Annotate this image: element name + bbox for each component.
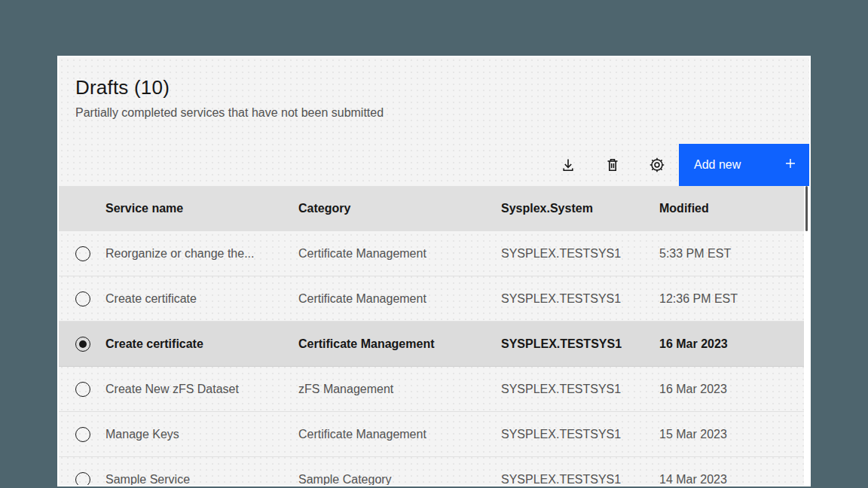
panel-header: Drafts (10) Partially completed services… (59, 57, 809, 120)
add-new-label: Add new (694, 158, 741, 172)
row-radio-button[interactable] (75, 337, 90, 352)
cell-service-name: Sample Service (105, 473, 298, 486)
column-header-modified[interactable]: Modified (659, 202, 809, 215)
drafts-panel: Drafts (10) Partially completed services… (57, 56, 811, 486)
table-scrollbar[interactable] (804, 186, 809, 485)
cell-category: Certificate Management (298, 428, 501, 441)
desktop-background: { "colors": { "page_bg": "#4e656e", "car… (0, 0, 868, 488)
row-radio-button[interactable] (75, 472, 90, 487)
cell-service-name: Create certificate (105, 337, 298, 351)
row-radio-button[interactable] (75, 382, 90, 397)
table-toolbar: Add new (59, 144, 809, 186)
table-body: Reorganize or change the... Certificate … (59, 231, 809, 486)
cell-modified: 5:33 PM EST (659, 247, 809, 261)
download-icon (561, 157, 576, 172)
cell-sysplex: SYSPLEX.TESTSYS1 (501, 383, 659, 396)
cell-category: Certificate Management (298, 292, 501, 306)
cell-service-name: Create certificate (105, 292, 298, 306)
radio-cell (59, 291, 105, 307)
settings-icon (649, 157, 665, 173)
cell-category: zFS Management (298, 383, 501, 396)
row-radio-button[interactable] (75, 246, 90, 261)
column-header-sysplex-system[interactable]: Sysplex.System (501, 202, 659, 215)
cell-sysplex: SYSPLEX.TESTSYS1 (501, 473, 659, 486)
scrollbar-thumb[interactable] (805, 186, 808, 231)
page-title: Drafts (10) (75, 76, 809, 99)
column-header-service-name[interactable]: Service name (105, 202, 298, 215)
cell-sysplex: SYSPLEX.TESTSYS1 (501, 292, 659, 306)
cell-service-name: Manage Keys (105, 428, 298, 441)
trash-icon (605, 157, 620, 172)
table-row[interactable]: Manage Keys Certificate Management SYSPL… (59, 412, 809, 457)
radio-dot (79, 340, 87, 348)
table-row[interactable]: Reorganize or change the... Certificate … (59, 231, 809, 276)
cell-sysplex: SYSPLEX.TESTSYS1 (501, 247, 659, 261)
download-button[interactable] (546, 144, 590, 186)
radio-cell (59, 337, 105, 352)
row-radio-button[interactable] (75, 291, 90, 307)
plus-icon (784, 157, 796, 172)
cell-service-name: Create New zFS Dataset (105, 383, 298, 396)
add-new-button[interactable]: Add new (679, 144, 809, 186)
drafts-table: Service name Category Sysplex.System Mod… (59, 186, 809, 485)
radio-cell (59, 427, 105, 442)
cell-sysplex: SYSPLEX.TESTSYS1 (501, 337, 659, 351)
delete-button[interactable] (590, 144, 634, 186)
settings-button[interactable] (634, 144, 679, 186)
cell-sysplex: SYSPLEX.TESTSYS1 (501, 428, 659, 441)
table-header-row: Service name Category Sysplex.System Mod… (59, 186, 809, 231)
table-row[interactable]: Create certificate Certificate Managemen… (59, 322, 809, 367)
row-radio-button[interactable] (75, 427, 90, 442)
table-row[interactable]: Create certificate Certificate Managemen… (59, 276, 809, 322)
cell-modified: 14 Mar 2023 (659, 473, 809, 486)
cell-category: Sample Category (298, 473, 501, 486)
cell-category: Certificate Management (298, 247, 501, 261)
cell-modified: 15 Mar 2023 (659, 428, 809, 441)
column-header-category[interactable]: Category (298, 202, 501, 215)
radio-cell (59, 246, 105, 261)
cell-category: Certificate Management (298, 337, 501, 351)
cell-service-name: Reorganize or change the... (105, 247, 298, 261)
cell-modified: 12:36 PM EST (659, 292, 809, 306)
table-row[interactable]: Sample Service Sample Category SYSPLEX.T… (59, 457, 809, 486)
cell-modified: 16 Mar 2023 (659, 337, 809, 351)
table-row[interactable]: Create New zFS Dataset zFS Management SY… (59, 367, 809, 412)
page-subtitle: Partially completed services that have n… (75, 106, 809, 120)
cell-modified: 16 Mar 2023 (659, 383, 809, 396)
radio-cell (59, 472, 105, 487)
radio-cell (59, 382, 105, 397)
